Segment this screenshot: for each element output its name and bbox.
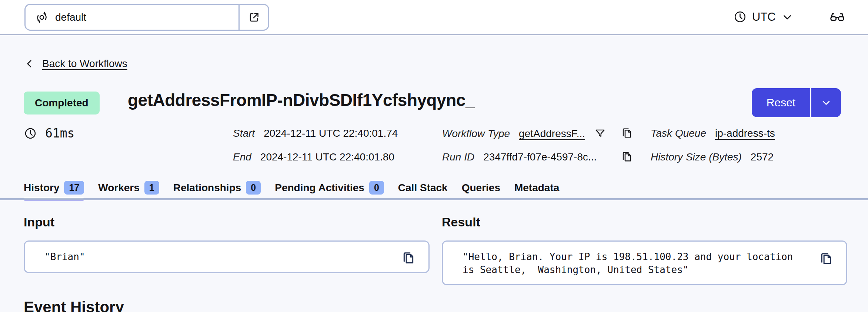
- detail-run-id: Run ID 2347ffd7-f07e-4597-8c...: [442, 151, 597, 163]
- detail-value: 2024-12-11 UTC 22:40:01.80: [260, 151, 394, 163]
- event-history-heading: Event History: [24, 298, 124, 312]
- reset-button[interactable]: Reset: [752, 88, 811, 117]
- copy-workflow-type-button[interactable]: [621, 127, 633, 139]
- copy-icon: [621, 127, 633, 139]
- filter-by-type-button[interactable]: [594, 127, 606, 140]
- namespace-icon: [35, 11, 49, 24]
- duration-value: 61ms: [45, 126, 74, 140]
- detail-value: 2024-12-11 UTC 22:40:01.74: [264, 127, 398, 139]
- timezone-label: UTC: [752, 10, 776, 24]
- copy-icon: [819, 251, 834, 266]
- tab-history[interactable]: History 17: [24, 181, 84, 195]
- input-payload-value: "Brian": [44, 250, 85, 263]
- input-payload-box: "Brian": [24, 240, 430, 273]
- detail-start: Start 2024-12-11 UTC 22:40:01.74: [233, 127, 398, 139]
- tab-metadata[interactable]: Metadata: [514, 182, 559, 195]
- tab-call-stack[interactable]: Call Stack: [398, 182, 448, 195]
- namespace-value: default: [55, 11, 86, 23]
- tab-label: Call Stack: [398, 182, 448, 194]
- tabs-divider: [0, 198, 868, 200]
- workflow-duration: 61ms: [24, 126, 74, 140]
- run-id-value: 2347ffd7-f07e-4597-8c...: [483, 151, 597, 163]
- copy-icon: [621, 150, 633, 163]
- detail-label: Task Queue: [651, 127, 706, 139]
- tab-count-badge: 0: [246, 181, 261, 195]
- detail-label: End: [233, 151, 251, 163]
- detail-task-queue: Task Queue ip-address-ts: [651, 127, 775, 139]
- workflow-title: getAddressFromIP-nDivbSDIf1Ycfshyqync_: [128, 90, 475, 110]
- status-label: Completed: [35, 97, 89, 109]
- result-heading: Result: [442, 215, 480, 229]
- workflow-tabs: History 17 Workers 1 Relationships 0 Pen…: [24, 181, 559, 195]
- tab-label: History: [24, 182, 59, 194]
- copy-input-button[interactable]: [401, 250, 416, 265]
- result-payload-box: "Hello, Brian. Your IP is 198.51.100.23 …: [442, 240, 847, 285]
- input-heading: Input: [24, 215, 54, 229]
- filter-icon: [594, 127, 606, 140]
- copy-run-id-button[interactable]: [621, 150, 633, 163]
- tab-count-badge: 0: [369, 181, 384, 195]
- tab-label: Relationships: [173, 182, 241, 194]
- reset-split-button: Reset: [752, 88, 841, 117]
- task-queue-link[interactable]: ip-address-ts: [715, 127, 775, 139]
- labs-mode-button[interactable]: [829, 9, 845, 25]
- timezone-select[interactable]: UTC: [733, 10, 794, 24]
- chevron-down-icon: [781, 11, 794, 23]
- top-bar: default UTC: [0, 0, 868, 35]
- detail-workflow-type: Workflow Type getAddressF...: [442, 127, 635, 140]
- back-link-label: Back to Workflows: [42, 58, 127, 70]
- tab-pending-activities[interactable]: Pending Activities 0: [275, 181, 384, 195]
- chevron-down-icon: [820, 97, 832, 109]
- tab-queries[interactable]: Queries: [462, 182, 500, 195]
- tab-relationships[interactable]: Relationships 0: [173, 181, 261, 195]
- tab-count-badge: 1: [144, 181, 159, 195]
- tab-label: Workers: [98, 182, 140, 194]
- copy-result-button[interactable]: [819, 251, 834, 266]
- workflow-type-link[interactable]: getAddressF...: [519, 128, 585, 140]
- copy-icon: [401, 250, 416, 265]
- topbar-right-cluster: UTC: [733, 0, 845, 34]
- external-link-icon: [248, 11, 260, 24]
- tab-label: Metadata: [514, 182, 559, 194]
- namespace-combobox[interactable]: default: [26, 5, 238, 30]
- history-size-value: 2572: [751, 151, 774, 163]
- open-namespace-button[interactable]: [238, 5, 268, 30]
- chevron-left-icon: [24, 58, 36, 70]
- reset-menu-button[interactable]: [811, 88, 841, 117]
- detail-label: Start: [233, 127, 255, 139]
- tab-label: Pending Activities: [275, 182, 364, 194]
- result-payload-value: "Hello, Brian. Your IP is 198.51.100.23 …: [463, 251, 799, 275]
- clock-icon: [733, 10, 747, 24]
- namespace-selector[interactable]: default: [24, 4, 269, 31]
- glasses-icon: [829, 9, 845, 25]
- tab-workers[interactable]: Workers 1: [98, 181, 159, 195]
- detail-label: Run ID: [442, 151, 474, 163]
- detail-history-size: History Size (Bytes) 2572: [651, 151, 774, 163]
- tab-label: Queries: [462, 182, 500, 194]
- detail-label: History Size (Bytes): [651, 151, 742, 163]
- detail-label: Workflow Type: [442, 128, 510, 140]
- status-badge: Completed: [24, 92, 100, 114]
- detail-end: End 2024-12-11 UTC 22:40:01.80: [233, 151, 394, 163]
- clock-icon: [24, 127, 37, 140]
- tab-count-badge: 17: [64, 181, 84, 195]
- back-to-workflows-link[interactable]: Back to Workflows: [24, 58, 127, 70]
